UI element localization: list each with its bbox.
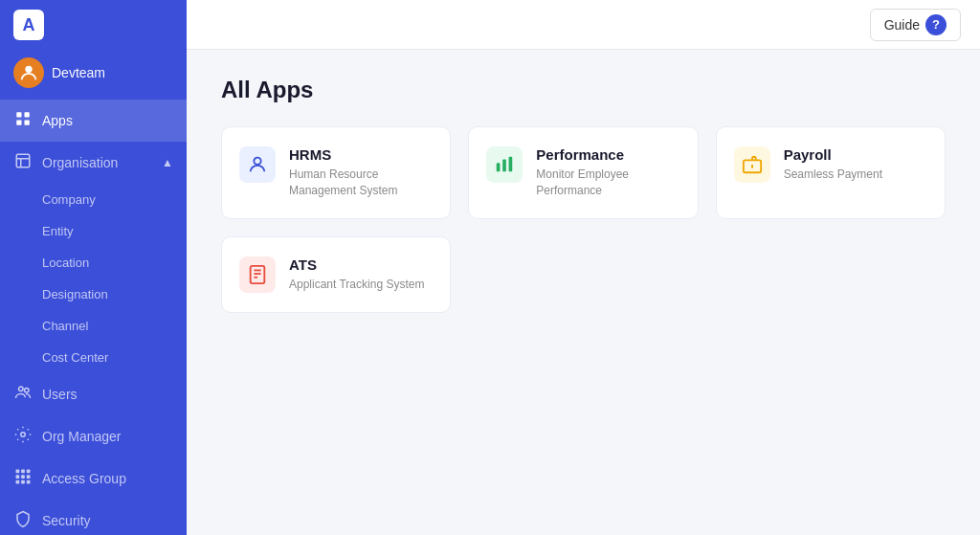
apps-grid: HRMS Human Resource Management System Pe… <box>221 126 946 313</box>
svg-rect-12 <box>21 470 25 474</box>
ats-icon <box>239 256 276 293</box>
sidebar-item-designation[interactable]: Designation <box>0 279 187 310</box>
svg-rect-21 <box>497 163 501 171</box>
chevron-up-icon: ▲ <box>162 156 173 169</box>
svg-rect-3 <box>16 121 21 125</box>
svg-rect-13 <box>27 470 31 474</box>
security-label: Security <box>42 513 173 528</box>
access-group-label: Access Group <box>42 471 173 486</box>
performance-desc: Monitor Employee Performance <box>536 167 679 199</box>
svg-point-9 <box>25 389 30 393</box>
logo-icon: A <box>13 10 44 40</box>
sidebar: A Devteam Apps Organisation ▲ <box>0 0 187 535</box>
organisation-sub-menu: Company Entity Location Designation Chan… <box>0 184 187 373</box>
performance-name: Performance <box>536 146 679 163</box>
sidebar-item-org-manager[interactable]: Org Manager <box>0 415 187 457</box>
avatar-icon <box>18 62 39 83</box>
performance-icon <box>486 146 523 183</box>
organisation-icon <box>13 152 33 173</box>
sidebar-username: Devteam <box>52 65 105 80</box>
svg-point-10 <box>21 433 26 437</box>
svg-rect-4 <box>25 121 30 125</box>
sidebar-item-company[interactable]: Company <box>0 184 187 215</box>
svg-point-8 <box>19 387 24 391</box>
svg-rect-17 <box>16 480 20 484</box>
svg-rect-23 <box>509 157 513 172</box>
sidebar-nav: Apps Organisation ▲ Company Entity Locat… <box>0 100 187 535</box>
svg-rect-22 <box>502 160 506 172</box>
access-group-icon <box>13 468 33 489</box>
svg-rect-15 <box>21 475 25 479</box>
app-card-performance[interactable]: Performance Monitor Employee Performance <box>468 126 698 219</box>
sidebar-item-access-group[interactable]: Access Group <box>0 457 187 500</box>
sidebar-item-channel[interactable]: Channel <box>0 310 187 342</box>
topbar: Guide ? <box>187 0 980 50</box>
main-content: Guide ? All Apps HRMS Human Resource Man… <box>187 0 980 535</box>
ats-name: ATS <box>289 256 424 273</box>
ats-info: ATS Applicant Tracking System <box>289 256 424 293</box>
hrms-icon <box>239 146 276 183</box>
hrms-info: HRMS Human Resource Management System <box>289 146 433 199</box>
svg-rect-5 <box>16 154 30 167</box>
app-card-payroll[interactable]: Payroll Seamless Payment <box>716 126 946 219</box>
performance-info: Performance Monitor Employee Performance <box>536 146 679 199</box>
guide-label: Guide <box>884 17 920 33</box>
users-label: Users <box>42 387 173 402</box>
sidebar-item-location[interactable]: Location <box>0 247 187 279</box>
sidebar-item-apps[interactable]: Apps <box>0 100 187 142</box>
content-area: All Apps HRMS Human Resource Management … <box>187 50 980 535</box>
sidebar-item-users[interactable]: Users <box>0 373 187 415</box>
ats-desc: Applicant Tracking System <box>289 277 424 293</box>
svg-rect-2 <box>25 112 30 117</box>
hrms-desc: Human Resource Management System <box>289 167 433 199</box>
svg-point-0 <box>25 66 32 73</box>
sidebar-item-organisation[interactable]: Organisation ▲ <box>0 142 187 184</box>
org-manager-label: Org Manager <box>42 429 173 444</box>
page-title: All Apps <box>221 77 946 103</box>
apps-label: Apps <box>42 113 173 128</box>
svg-point-20 <box>254 158 260 165</box>
svg-rect-11 <box>16 470 20 474</box>
users-icon <box>13 384 33 405</box>
app-card-ats[interactable]: ATS Applicant Tracking System <box>221 236 451 313</box>
payroll-icon <box>734 146 770 183</box>
payroll-info: Payroll Seamless Payment <box>784 146 882 183</box>
payroll-desc: Seamless Payment <box>784 167 882 183</box>
security-icon <box>13 510 33 531</box>
guide-button[interactable]: Guide ? <box>870 9 961 41</box>
sidebar-logo: A <box>0 0 187 50</box>
avatar <box>13 57 44 88</box>
apps-icon <box>13 110 33 131</box>
sidebar-item-entity[interactable]: Entity <box>0 215 187 247</box>
sidebar-user: Devteam <box>0 50 187 100</box>
sidebar-item-security[interactable]: Security <box>0 500 187 535</box>
org-manager-icon <box>13 426 33 447</box>
hrms-name: HRMS <box>289 146 433 163</box>
svg-rect-14 <box>16 475 20 479</box>
app-card-hrms[interactable]: HRMS Human Resource Management System <box>221 126 451 219</box>
svg-rect-18 <box>21 480 25 484</box>
payroll-name: Payroll <box>784 146 882 163</box>
sidebar-item-cost-center[interactable]: Cost Center <box>0 342 187 373</box>
svg-rect-1 <box>16 112 21 117</box>
help-icon: ? <box>925 14 947 35</box>
organisation-label: Organisation <box>42 155 152 170</box>
svg-rect-16 <box>27 475 31 479</box>
svg-rect-19 <box>27 480 31 484</box>
